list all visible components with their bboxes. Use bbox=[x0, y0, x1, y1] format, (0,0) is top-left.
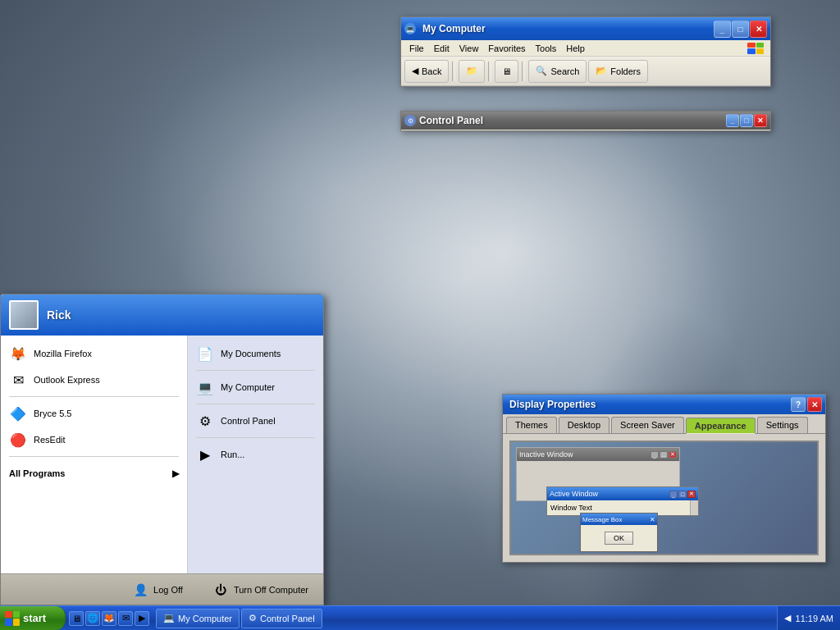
taskbar-controlpanel-label: Control Panel bbox=[260, 614, 315, 623]
bryce-icon: 🔷 bbox=[9, 404, 27, 422]
taskbar-controlpanel-icon: ⚙ bbox=[249, 613, 257, 623]
quick-email-button[interactable]: ✉ bbox=[118, 611, 133, 626]
minimize-button[interactable]: _ bbox=[714, 21, 731, 38]
preview-ok-button[interactable]: OK bbox=[605, 532, 633, 545]
back-button[interactable]: ◀ Back bbox=[404, 60, 449, 83]
control-panel-menu-label: Control Panel bbox=[221, 416, 276, 426]
toolbar-separator-1 bbox=[452, 62, 455, 81]
folders-button[interactable]: 📂 Folders bbox=[588, 60, 648, 83]
start-item-documents[interactable]: 📄 My Documents bbox=[188, 340, 323, 367]
preview-inactive-titlebar: Inactive Window _ □ ✕ bbox=[517, 448, 679, 461]
documents-icon: 📄 bbox=[196, 345, 214, 363]
turn-off-button[interactable]: ⏻ Turn Off Computer bbox=[206, 578, 315, 601]
all-programs-item[interactable]: All Programs ▶ bbox=[1, 460, 187, 486]
menu-view[interactable]: View bbox=[454, 42, 484, 55]
taskbar-item-controlpanel[interactable]: ⚙ Control Panel bbox=[241, 609, 322, 628]
quick-ie-button[interactable]: 🌐 bbox=[85, 611, 100, 626]
show-desktop-button[interactable]: 🖥 bbox=[69, 611, 84, 626]
start-menu-body: 🦊 Mozilla Firefox ✉ Outlook Express 🔷 Br… bbox=[1, 336, 323, 573]
quick-media-button[interactable]: ▶ bbox=[135, 611, 149, 626]
search-button[interactable]: 🔍 Search bbox=[528, 60, 587, 83]
preview-scrollbar[interactable] bbox=[690, 500, 698, 515]
my-computer-title: My Computer bbox=[419, 23, 710, 34]
close-button[interactable]: ✕ bbox=[750, 21, 767, 38]
display-close-button[interactable]: ✕ bbox=[807, 397, 822, 412]
control-panel-window: ⚙ Control Panel _ □ ✕ bbox=[400, 111, 771, 131]
tab-screensaver[interactable]: Screen Saver bbox=[611, 417, 684, 433]
firefox-label: Mozilla Firefox bbox=[34, 349, 92, 358]
toolbar-separator-3 bbox=[522, 62, 525, 81]
maximize-button[interactable]: □ bbox=[732, 21, 749, 38]
start-button[interactable]: start bbox=[0, 606, 66, 630]
start-menu-right-panel: 📄 My Documents 💻 My Computer ⚙ Control P… bbox=[188, 336, 323, 573]
tab-desktop[interactable]: Desktop bbox=[559, 417, 609, 433]
resedit-label: ResEdit bbox=[34, 435, 66, 445]
my-computer-icon: 💻 bbox=[404, 23, 416, 34]
taskbar-mycomputer-icon: 💻 bbox=[163, 613, 175, 623]
nav-button-2[interactable]: 🖥 bbox=[495, 60, 518, 83]
start-menu: Rick 🦊 Mozilla Firefox ✉ Outlook Express… bbox=[0, 294, 324, 605]
taskbar-items: 💻 My Computer ⚙ Control Panel bbox=[153, 606, 777, 630]
my-computer-controls: _ □ ✕ bbox=[714, 21, 767, 38]
all-programs-label: All Programs bbox=[9, 468, 65, 478]
preview-active-title: Active Window bbox=[550, 490, 598, 498]
start-separator-5 bbox=[196, 437, 315, 438]
cp-close-button[interactable]: ✕ bbox=[754, 114, 767, 127]
preview-active-window: Active Window _ □ ✕ Window Text bbox=[546, 486, 699, 516]
documents-label: My Documents bbox=[221, 349, 281, 358]
tab-settings[interactable]: Settings bbox=[757, 417, 808, 433]
cp-minimize-button[interactable]: _ bbox=[726, 114, 739, 127]
back-icon: ◀ bbox=[412, 66, 418, 76]
start-item-controlpanel[interactable]: ⚙ Control Panel bbox=[188, 408, 323, 434]
taskbar: start 🖥 🌐 🦊 ✉ ▶ 💻 My Computer ⚙ Control … bbox=[0, 605, 840, 630]
log-off-button[interactable]: 👤 Log Off bbox=[126, 578, 189, 601]
control-panel-titlebar: ⚙ Control Panel _ □ ✕ bbox=[401, 112, 770, 130]
nav-button-1[interactable]: 📁 bbox=[459, 60, 485, 83]
start-separator-3 bbox=[196, 370, 315, 371]
control-panel-title: Control Panel bbox=[416, 115, 726, 126]
menu-tools[interactable]: Tools bbox=[531, 42, 562, 55]
nav-icon-1: 📁 bbox=[466, 66, 477, 76]
start-item-bryce[interactable]: 🔷 Bryce 5.5 bbox=[1, 400, 187, 427]
msg-close-icon: ✕ bbox=[650, 516, 655, 523]
taskbar-item-mycomputer[interactable]: 💻 My Computer bbox=[156, 609, 240, 628]
folders-label: Folders bbox=[610, 66, 641, 76]
start-item-outlook[interactable]: ✉ Outlook Express bbox=[1, 367, 187, 393]
taskbar-quick-launch: 🖥 🌐 🦊 ✉ ▶ bbox=[66, 611, 153, 626]
menu-help[interactable]: Help bbox=[561, 42, 590, 55]
start-menu-header: Rick bbox=[1, 294, 323, 336]
bryce-label: Bryce 5.5 bbox=[34, 409, 71, 418]
start-item-run[interactable]: ▶ Run... bbox=[188, 441, 323, 468]
msg-box-title: Message Box bbox=[582, 516, 622, 523]
menu-edit[interactable]: Edit bbox=[429, 42, 454, 55]
menu-favorites[interactable]: Favorites bbox=[483, 42, 530, 55]
preview-msg-titlebar: Message Box ✕ bbox=[581, 514, 657, 525]
system-clock: 11:19 AM bbox=[796, 614, 833, 623]
turn-off-label: Turn Off Computer bbox=[234, 585, 308, 595]
tray-arrow[interactable]: ◀ bbox=[784, 613, 791, 623]
quick-firefox-button[interactable]: 🦊 bbox=[102, 611, 116, 626]
start-item-resedit[interactable]: 🔴 ResEdit bbox=[1, 427, 187, 453]
search-label: Search bbox=[550, 66, 579, 76]
search-icon: 🔍 bbox=[536, 66, 547, 76]
start-item-firefox[interactable]: 🦊 Mozilla Firefox bbox=[1, 340, 187, 367]
my-computer-window: 💻 My Computer _ □ ✕ File Edit View Favor… bbox=[400, 16, 771, 87]
start-menu-left-panel: 🦊 Mozilla Firefox ✉ Outlook Express 🔷 Br… bbox=[1, 336, 188, 573]
cp-maximize-button[interactable]: □ bbox=[740, 114, 753, 127]
menu-file[interactable]: File bbox=[404, 42, 429, 55]
start-menu-footer: 👤 Log Off ⏻ Turn Off Computer bbox=[1, 573, 323, 605]
my-computer-titlebar: 💻 My Computer _ □ ✕ bbox=[401, 17, 770, 40]
display-help-button[interactable]: ? bbox=[791, 397, 806, 412]
log-off-icon: 👤 bbox=[132, 582, 148, 598]
firefox-icon: 🦊 bbox=[9, 345, 27, 363]
start-separator-1 bbox=[9, 396, 179, 397]
display-properties-window: Display Properties ? ✕ Themes Desktop Sc… bbox=[502, 394, 826, 563]
tab-themes[interactable]: Themes bbox=[506, 417, 557, 433]
tab-appearance[interactable]: Appearance bbox=[686, 418, 756, 434]
run-icon: ▶ bbox=[196, 445, 214, 463]
preview-message-box: Message Box ✕ OK bbox=[580, 513, 658, 552]
start-item-mycomputer[interactable]: 💻 My Computer bbox=[188, 374, 323, 400]
run-label: Run... bbox=[221, 450, 244, 459]
display-props-title: Display Properties bbox=[506, 399, 789, 410]
control-panel-icon: ⚙ bbox=[404, 115, 416, 126]
